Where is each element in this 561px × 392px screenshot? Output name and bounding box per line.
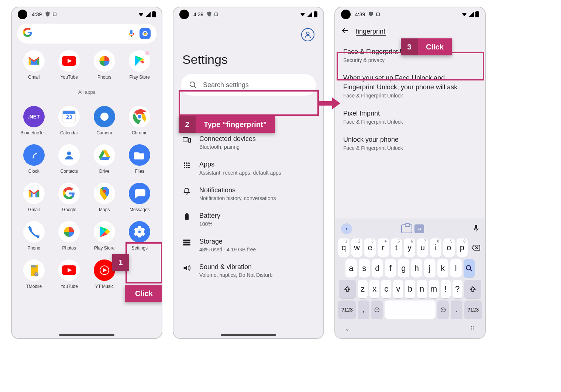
search-query[interactable]: fingerprint [356,28,386,36]
key-search[interactable] [464,259,475,278]
key-n[interactable]: n [417,280,427,298]
google-search-bar[interactable] [17,24,156,44]
result-unlock-phone[interactable]: Unlock your phone Face & Fingerprint Unl… [335,130,485,156]
drive-icon [94,144,115,166]
nav-bar[interactable] [221,334,276,336]
app-settings[interactable]: Settings [123,221,157,251]
key-symbols-right[interactable]: ?123 [464,300,482,319]
svg-point-17 [184,162,185,164]
app-maps[interactable]: Maps [87,183,121,212]
clipboard-icon[interactable] [401,224,412,233]
key-j[interactable]: j [424,259,436,278]
gmail-icon [23,183,45,204]
app-drive[interactable]: Drive [87,144,121,174]
key-?[interactable]: ? [452,280,462,298]
app-contacts[interactable]: Contacts [52,144,86,174]
app-gmail[interactable]: Gmail [17,50,51,80]
kb-handle-icon[interactable]: ⠿ [470,325,475,332]
all-apps-label: All apps [17,89,156,97]
status-bar: 4:39 [173,7,323,21]
nav-bar[interactable] [59,334,114,336]
square-icon [53,13,56,16]
app-clock[interactable]: Clock [17,144,51,174]
camera-cutout [179,10,189,19]
key-p[interactable]: p0 [457,238,468,257]
result-pixel-imprint[interactable]: Pixel Imprint Face & Fingerprint Unlock [335,104,485,130]
key-f[interactable]: f [385,259,396,278]
key-q[interactable]: q1 [338,238,350,257]
app-photos[interactable]: Photos [87,50,121,80]
key-z[interactable]: z [358,280,368,298]
settings-item-sound[interactable]: Sound & vibrationVolume, haptics, Do Not… [173,258,323,283]
settings-item-storage[interactable]: Storage48% used · 4.19 GB free [173,232,323,258]
key-u[interactable]: u7 [417,238,429,257]
key-t[interactable]: t5 [391,238,402,257]
app-playstore-2[interactable]: Play Store [87,221,121,251]
settings-item-notifications[interactable]: NotificationsNotification history, conve… [173,181,323,206]
key-space[interactable] [385,300,436,319]
kb-expand-button[interactable]: › [341,223,352,234]
key-symbols[interactable]: ?123 [338,300,356,319]
key-k[interactable]: k [437,259,449,278]
svg-rect-28 [183,240,190,241]
key-backspace[interactable] [469,238,482,257]
app-phone[interactable]: Phone [17,221,51,251]
key-e[interactable]: e3 [364,238,376,257]
key-![interactable]: ! [441,280,451,298]
key-emoji-2[interactable]: ☺ [437,300,449,319]
key-r[interactable]: r4 [378,238,389,257]
key-a[interactable]: a [345,259,357,278]
result-setup-info[interactable]: When you set up Face Unlock and Fingerpr… [335,68,485,104]
key-b[interactable]: b [405,280,415,298]
key-c[interactable]: c [381,280,391,298]
app-camera[interactable]: Camera [87,106,121,135]
key-comma[interactable]: , [358,300,369,319]
key-period[interactable]: . [451,300,462,319]
key-shift[interactable] [339,280,356,298]
app-messages[interactable]: Messages [123,183,157,212]
profile-avatar[interactable] [301,28,314,41]
key-v[interactable]: v [393,280,403,298]
app-files[interactable]: Files [123,144,157,174]
paste-go-icon[interactable]: ➔ [414,224,424,233]
app-biometrictest[interactable]: .NETBiometricTe... [17,106,51,135]
key-shift-right[interactable] [464,280,481,298]
mic-icon[interactable] [127,29,136,38]
app-calendar[interactable]: 23Calendar [52,106,86,135]
signal-icon [307,12,312,17]
phone-screen-home: 4:39 Gmail [11,7,162,339]
lens-icon[interactable] [140,28,151,39]
key-l[interactable]: l [450,259,462,278]
back-button[interactable] [341,27,349,37]
key-emoji[interactable]: ☺ [371,300,383,319]
clock-text: 4:39 [193,11,203,17]
settings-item-connected[interactable]: Connected devicesBluetooth, pairing [173,130,323,155]
settings-item-battery[interactable]: Battery100% [173,206,323,232]
app-playstore[interactable]: Play Store [123,50,157,80]
maps-icon [94,183,115,204]
callout-3-text: Click [418,38,452,55]
battery-icon [182,212,191,221]
app-photos-2[interactable]: Photos [52,221,86,251]
key-o[interactable]: o9 [443,238,455,257]
mic-icon[interactable] [473,224,479,234]
key-i[interactable]: i8 [430,238,441,257]
key-h[interactable]: h [411,259,423,278]
key-d[interactable]: d [372,259,383,278]
key-y[interactable]: y6 [404,238,415,257]
key-m[interactable]: m [429,280,439,298]
key-g[interactable]: g [398,259,409,278]
app-youtube[interactable]: YouTube [52,50,86,80]
bell-icon [182,187,191,196]
key-s[interactable]: s [359,259,370,278]
key-w[interactable]: w2 [351,238,363,257]
app-youtube-2[interactable]: YouTube [52,259,86,289]
settings-item-apps[interactable]: AppsAssistant, recent apps, default apps [173,155,323,180]
key-x[interactable]: x [369,280,379,298]
kb-collapse-icon[interactable]: ⌄ [345,325,350,332]
app-gmail-2[interactable]: Gmail [17,183,51,212]
app-google[interactable]: Google [52,183,86,212]
app-tmobile[interactable]: TMobile [17,259,51,289]
app-chrome[interactable]: Chrome [123,106,157,135]
settings-search-input[interactable]: Search settings [181,74,316,96]
